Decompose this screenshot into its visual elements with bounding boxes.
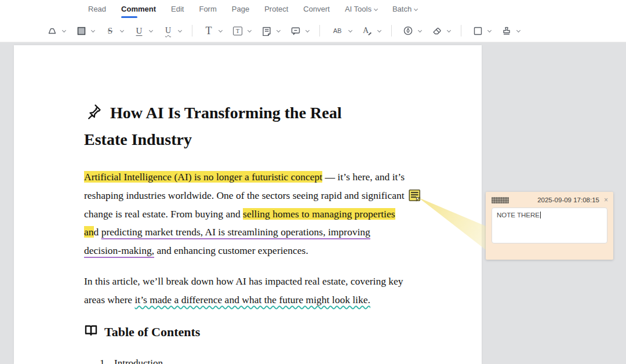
tab-label: Protect (264, 5, 288, 13)
app-header: Read Comment Edit Form Page Protect Conv… (0, 0, 626, 42)
toc-item-label: Introduction (114, 358, 163, 364)
chevron-down-icon (374, 7, 378, 11)
pdf-page[interactable]: How AI Is Transforming the Real Estate I… (14, 45, 482, 364)
tab-label: Comment (121, 5, 156, 13)
tab-ai-tools[interactable]: AI Tools (345, 5, 377, 18)
insert-text-tool-button[interactable]: AB (329, 23, 353, 39)
textbox-tool-button[interactable]: T (231, 23, 252, 39)
chevron-down-icon[interactable] (178, 28, 182, 32)
note-popup[interactable]: 2025-09-09 17:08:15 × NOTE THERE (486, 192, 613, 260)
note-timestamp: 2025-09-09 17:08:15 (537, 196, 599, 203)
tab-edit[interactable]: Edit (171, 5, 184, 18)
chevron-down-icon[interactable] (348, 28, 352, 32)
tab-page[interactable]: Page (232, 5, 249, 18)
tab-protect[interactable]: Protect (264, 5, 288, 18)
strikethrough-icon: S (104, 25, 116, 37)
open-book-icon (84, 323, 98, 341)
highlighter-icon (46, 25, 58, 37)
toc-item-number: 1. (100, 358, 114, 364)
strikethrough-tool-button[interactable]: S (103, 23, 125, 39)
tab-comment[interactable]: Comment (121, 5, 156, 18)
filled-square-icon (75, 25, 87, 37)
font-style-tool-button[interactable]: A (361, 23, 382, 39)
insert-text-icon: AB (330, 25, 344, 37)
tab-label: Form (199, 5, 216, 13)
tab-read[interactable]: Read (88, 5, 106, 18)
chevron-down-icon[interactable] (447, 28, 451, 32)
typewriter-text-tool-button[interactable]: T (202, 23, 223, 39)
pen-tool-button[interactable] (401, 23, 423, 39)
tab-label: Edit (171, 5, 184, 13)
tab-label: Convert (303, 5, 330, 13)
pen-circle-icon (402, 25, 414, 37)
rectangle-shape-icon (472, 25, 483, 37)
shape-tool-button[interactable] (471, 23, 492, 39)
menu-tab-bar: Read Comment Edit Form Page Protect Conv… (88, 5, 417, 18)
chevron-down-icon (414, 7, 418, 11)
text-glyph: T (206, 26, 212, 36)
insert-text-glyph: AB (333, 27, 342, 34)
eraser-icon (431, 25, 443, 37)
toc-item-introduction: 1. Introduction (84, 358, 420, 364)
tab-form[interactable]: Form (199, 5, 216, 18)
paragraph-2: In this article, we’ll break down how AI… (84, 272, 410, 310)
pushpin-icon (84, 103, 103, 128)
document-content: How AI Is Transforming the Real Estate I… (14, 45, 420, 364)
squiggly-glyph: U (165, 27, 171, 35)
underline-icon: U (133, 25, 145, 37)
chevron-down-icon[interactable] (149, 28, 153, 32)
chevron-down-icon[interactable] (487, 28, 492, 32)
area-highlight-tool-button[interactable] (74, 23, 96, 39)
text-cursor (540, 212, 541, 219)
eraser-tool-button[interactable] (430, 23, 452, 39)
tab-batch[interactable]: Batch (392, 5, 417, 18)
chevron-down-icon[interactable] (377, 28, 381, 32)
text-segment: d (94, 226, 101, 238)
title-text: How AI Is Transforming the Real Estate I… (84, 104, 342, 148)
highlight-tool-button[interactable] (45, 23, 67, 39)
note-icon (261, 25, 272, 37)
strikethrough-glyph: S (108, 27, 112, 35)
tab-label: Batch (392, 5, 412, 13)
tab-label: Page (232, 5, 249, 13)
chevron-down-icon[interactable] (305, 28, 310, 32)
paragraph-1: Artificial Intelligence (AI) is no longe… (84, 168, 410, 260)
squiggly-underline-icon: U (162, 25, 174, 37)
underline-glyph: U (136, 27, 143, 35)
toolbar-divider (319, 25, 320, 37)
close-icon[interactable]: × (604, 196, 608, 203)
squiggly-underline-tool-button[interactable]: U (161, 23, 183, 39)
chevron-down-icon[interactable] (418, 28, 422, 32)
active-tab-underline (121, 16, 137, 18)
underline-tool-button[interactable]: U (132, 23, 154, 39)
sticky-note-annotation-icon[interactable] (409, 189, 421, 202)
tab-convert[interactable]: Convert (303, 5, 330, 18)
text-segment: it’s made a difference and what the futu… (134, 294, 370, 305)
text-segment: and enhancing customer experiences. (154, 245, 308, 256)
text-icon: T (203, 25, 214, 37)
toolbar-divider (391, 25, 392, 37)
text-segment: Artificial Intelligence (AI) is no longe… (84, 171, 322, 183)
comment-bubble-icon (290, 25, 301, 37)
document-title: How AI Is Transforming the Real Estate I… (84, 101, 377, 151)
note-text: NOTE THERE (497, 212, 540, 219)
chevron-down-icon[interactable] (91, 28, 95, 32)
tab-label: Read (88, 5, 106, 13)
chevron-down-icon[interactable] (248, 28, 252, 32)
tab-label: AI Tools (345, 5, 372, 13)
sticky-note-tool-button[interactable] (260, 23, 281, 39)
author-name-redacted (492, 197, 509, 203)
chevron-down-icon[interactable] (219, 28, 223, 32)
stamp-tool-button[interactable] (500, 23, 521, 39)
chevron-down-icon[interactable] (516, 28, 521, 32)
textbox-icon: T (232, 25, 243, 37)
chevron-down-icon[interactable] (120, 28, 124, 32)
note-text-input[interactable]: NOTE THERE (492, 208, 607, 243)
toolbar-divider (192, 25, 192, 37)
chevron-down-icon[interactable] (62, 28, 66, 32)
toc-heading: Table of Contents (84, 323, 420, 341)
chevron-down-icon[interactable] (276, 28, 281, 32)
comment-tool-button[interactable] (289, 23, 310, 39)
stamp-icon (501, 25, 512, 37)
font-style-icon: A (362, 25, 373, 37)
